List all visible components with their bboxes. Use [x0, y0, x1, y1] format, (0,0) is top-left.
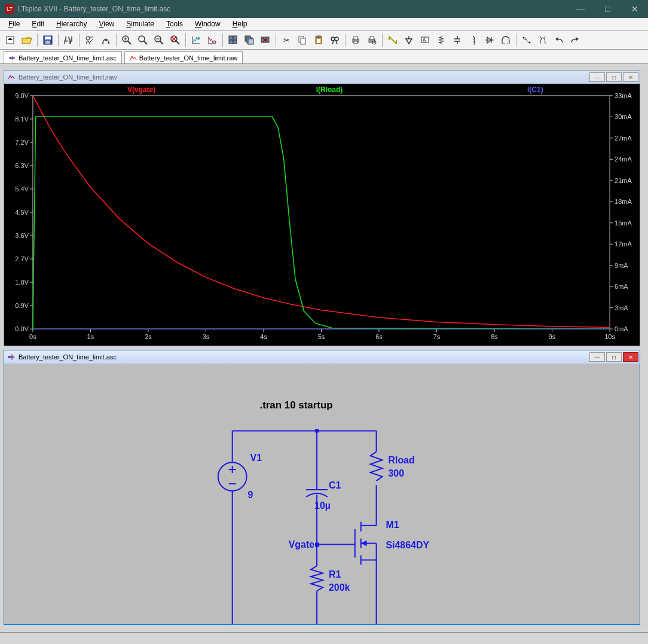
- undo-button[interactable]: [552, 33, 566, 47]
- rload-name[interactable]: Rload: [388, 455, 414, 465]
- trace-I(Rload)[interactable]: [33, 117, 610, 329]
- print-setup-button[interactable]: [365, 33, 379, 47]
- svg-rect-117: [315, 429, 319, 432]
- autorange-y-button[interactable]: [189, 33, 203, 47]
- menu-edit[interactable]: Edit: [26, 18, 50, 30]
- r1-value[interactable]: 200k: [329, 582, 350, 593]
- zoom-in-button[interactable]: [120, 33, 134, 47]
- close-button[interactable]: ✕: [621, 0, 648, 18]
- xtick: 7s: [433, 333, 441, 340]
- waveform-icon: [8, 73, 16, 81]
- component-c1[interactable]: [306, 481, 328, 503]
- component-v1[interactable]: [218, 462, 247, 491]
- copy-button[interactable]: [295, 33, 310, 47]
- tab-asc[interactable]: Battery_tester_ON_time_limit.asc: [4, 51, 122, 63]
- zoom-pan-button[interactable]: [136, 33, 150, 47]
- m1-value[interactable]: Si4864DY: [386, 540, 430, 550]
- svg-text:A: A: [423, 37, 426, 43]
- drag-button[interactable]: [536, 33, 550, 47]
- move-button[interactable]: [519, 33, 534, 47]
- svg-line-15: [144, 41, 147, 44]
- svg-point-66: [523, 37, 525, 39]
- schematic-window-title: Battery_tester_ON_time_limit.asc: [19, 353, 117, 361]
- toolbar-separator: [276, 33, 276, 47]
- autorange-x-button[interactable]: [205, 33, 219, 47]
- svg-rect-36: [317, 36, 320, 38]
- svg-line-40: [332, 41, 334, 44]
- svg-marker-135: [361, 541, 367, 547]
- toolbar: ✂ A: [0, 31, 648, 50]
- save-button[interactable]: [41, 33, 55, 47]
- maximize-subwindow-button[interactable]: □: [606, 72, 622, 82]
- tab-label: Battery_tester_ON_time_limit.raw: [139, 54, 237, 62]
- node-vgate-label[interactable]: Vgate: [289, 539, 314, 550]
- component-button[interactable]: [499, 33, 513, 47]
- plot-window-title-bar[interactable]: Battery_tester_ON_time_limit.raw — □ ✕: [4, 71, 640, 84]
- minimize-button[interactable]: —: [567, 0, 594, 18]
- search-button[interactable]: [328, 33, 342, 47]
- menu-hierarchy[interactable]: Hierarchy: [50, 18, 93, 30]
- open-button[interactable]: [20, 33, 34, 47]
- zoom-fit-button[interactable]: [168, 33, 182, 47]
- wire-button[interactable]: [386, 33, 400, 47]
- schematic-window-title-bar[interactable]: Battery_tester_ON_time_limit.asc — □ ✕: [4, 350, 640, 364]
- diode-button[interactable]: [482, 33, 497, 47]
- paste-button[interactable]: [311, 33, 326, 47]
- run-button[interactable]: [82, 33, 97, 47]
- control-panel-button[interactable]: [62, 33, 76, 47]
- c1-name[interactable]: C1: [329, 480, 341, 490]
- menu-bar: File Edit Hierarchy View Simulate Tools …: [0, 18, 648, 31]
- legend-V(vgate)[interactable]: V(vgate): [127, 86, 155, 94]
- menu-view[interactable]: View: [93, 18, 120, 30]
- ytick-left: 6.3V: [15, 162, 29, 169]
- window-controls: — □ ✕: [567, 0, 648, 18]
- inductor-button[interactable]: [466, 33, 481, 47]
- xtick: 0s: [29, 333, 36, 340]
- legend-I(Rload)[interactable]: I(Rload): [316, 86, 343, 94]
- ground-button[interactable]: [402, 33, 416, 47]
- m1-name[interactable]: M1: [386, 520, 399, 530]
- component-rload[interactable]: [371, 451, 383, 481]
- component-m1[interactable]: [355, 517, 377, 565]
- print-button[interactable]: [349, 33, 363, 47]
- menu-help[interactable]: Help: [227, 18, 253, 30]
- ytick-right: 33mA: [615, 92, 632, 99]
- tab-raw[interactable]: Battery_tester_ON_time_limit.raw: [124, 51, 243, 63]
- legend-I(C1)[interactable]: I(C1): [527, 86, 543, 94]
- menu-simulate[interactable]: Simulate: [120, 18, 160, 30]
- maximize-button[interactable]: □: [594, 0, 621, 18]
- close-subwindow-button[interactable]: ✕: [623, 352, 638, 362]
- ytick-right: 3mA: [615, 304, 628, 312]
- minimize-subwindow-button[interactable]: —: [589, 352, 605, 362]
- ytick-right: 24mA: [615, 155, 632, 163]
- rload-value[interactable]: 300: [388, 468, 404, 478]
- spice-directive[interactable]: .tran 10 startup: [259, 399, 332, 411]
- halt-button[interactable]: [99, 33, 113, 47]
- maximize-subwindow-button[interactable]: □: [606, 352, 622, 362]
- menu-tools[interactable]: Tools: [160, 18, 189, 30]
- menu-window[interactable]: Window: [189, 18, 227, 30]
- component-r1[interactable]: [311, 566, 323, 591]
- tile-windows-button[interactable]: [226, 33, 240, 47]
- r1-name[interactable]: R1: [329, 569, 341, 579]
- minimize-subwindow-button[interactable]: —: [589, 72, 605, 82]
- toolbar-separator: [37, 33, 38, 47]
- new-schematic-button[interactable]: [4, 33, 18, 47]
- schematic-canvas[interactable]: .tran 10 startup V1 9: [4, 364, 640, 624]
- zoom-out-button[interactable]: [152, 33, 166, 47]
- plot-area[interactable]: 0s1s2s3s4s5s6s7s8s9s10s0.0V0.9V1.8V2.7V3…: [4, 84, 640, 346]
- cascade-windows-button[interactable]: [242, 33, 256, 47]
- c1-value[interactable]: 10µ: [314, 500, 331, 511]
- menu-file[interactable]: File: [2, 18, 26, 30]
- close-subwindow-button[interactable]: ✕: [623, 72, 638, 82]
- capacitor-button[interactable]: [450, 33, 464, 47]
- redo-button[interactable]: [568, 33, 582, 47]
- resistor-button[interactable]: [434, 33, 448, 47]
- v1-value[interactable]: 9: [248, 490, 253, 500]
- schematic-icon: [9, 54, 16, 62]
- label-net-button[interactable]: A: [418, 33, 432, 47]
- trace-V(vgate)[interactable]: [33, 96, 610, 328]
- cut-button[interactable]: ✂: [279, 33, 294, 47]
- v1-name[interactable]: V1: [250, 453, 262, 463]
- close-windows-button[interactable]: [258, 33, 273, 47]
